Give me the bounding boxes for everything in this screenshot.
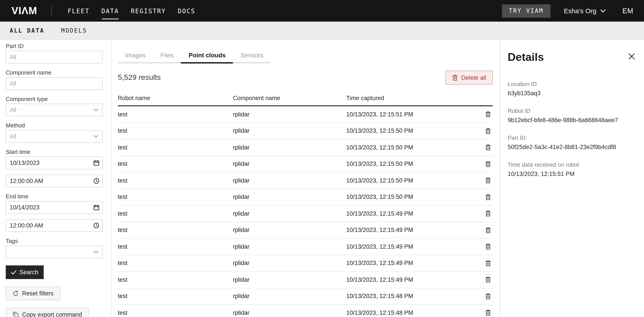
cell-robot-name: test xyxy=(118,144,233,151)
delete-row-button[interactable] xyxy=(483,242,493,252)
cell-component-name: rplidar xyxy=(233,210,346,217)
cell-robot-name: test xyxy=(118,210,233,217)
cell-component-name: rplidar xyxy=(233,310,346,316)
delete-row-button[interactable] xyxy=(483,292,493,301)
table-row: test rplidar 10/13/2023, 12:15:49 PM xyxy=(118,222,493,239)
component-type-select[interactable]: All xyxy=(6,104,103,116)
cell-component-name: rplidar xyxy=(233,177,346,184)
details-panel: Details Location ID h3yb135aq3 Robot ID … xyxy=(500,40,644,317)
sub-nav: ALL DATA MODELS xyxy=(0,21,644,40)
detail-value: 9b12ebcf-bfe8-486e-988b-6a668648aee7 xyxy=(508,116,635,124)
cell-robot-name: test xyxy=(118,310,233,316)
search-button[interactable]: Search xyxy=(6,266,44,279)
chevron-down-icon xyxy=(94,135,98,138)
col-component-name: Component name xyxy=(233,95,346,101)
results-count: 5,529 results xyxy=(118,73,161,82)
nav-item-docs[interactable]: DOCS xyxy=(178,5,195,16)
delete-all-button[interactable]: Delete all xyxy=(445,70,493,85)
detail-field-robot-id: Robot ID 9b12ebcf-bfe8-486e-988b-6a66864… xyxy=(508,108,635,124)
cell-component-name: rplidar xyxy=(233,227,346,234)
refresh-icon xyxy=(13,291,18,296)
table-row: test rplidar 10/13/2023, 12:15:50 PM xyxy=(118,156,493,172)
cell-robot-name: test xyxy=(118,111,233,118)
nav-item-fleet[interactable]: FLEET xyxy=(68,5,89,16)
method-select[interactable]: All xyxy=(6,130,103,143)
copy-export-command-button[interactable]: Copy export command xyxy=(6,308,89,317)
app-root: VIΛM FLEET DATA REGISTRY DOCS TRY VIAM E… xyxy=(0,0,644,317)
delete-row-button[interactable] xyxy=(483,258,493,268)
tab-models[interactable]: MODELS xyxy=(61,27,87,34)
viam-logo[interactable]: VIΛM xyxy=(12,6,37,16)
cell-robot-name: test xyxy=(118,177,233,184)
tab-point-clouds[interactable]: Point clouds xyxy=(181,49,233,63)
tab-files[interactable]: Files xyxy=(153,49,181,63)
cell-component-name: rplidar xyxy=(233,128,346,134)
cell-component-name: rplidar xyxy=(233,293,346,300)
details-title: Details xyxy=(508,50,544,64)
detail-label: Location ID xyxy=(508,81,635,87)
cell-time-captured: 10/13/2023, 12:15:49 PM xyxy=(346,260,477,267)
delete-row-button[interactable] xyxy=(483,275,493,285)
part-id-label: Part ID xyxy=(6,43,103,49)
tab-all-data[interactable]: ALL DATA xyxy=(10,27,44,34)
part-id-input[interactable] xyxy=(6,51,103,63)
table-row: test rplidar 10/13/2023, 12:15:50 PM xyxy=(118,139,493,156)
detail-label: Time data received on robot xyxy=(508,161,635,168)
cell-component-name: rplidar xyxy=(233,243,346,250)
delete-row-button[interactable] xyxy=(483,126,493,136)
detail-label: Robot ID xyxy=(508,108,635,114)
cell-time-captured: 10/13/2023, 12:15:49 PM xyxy=(346,210,477,217)
reset-filters-button[interactable]: Reset filters xyxy=(6,287,61,300)
cell-time-captured: 10/13/2023, 12:15:49 PM xyxy=(346,277,477,283)
close-icon[interactable] xyxy=(628,53,635,60)
org-switcher[interactable]: Esha's Org xyxy=(564,7,606,14)
nav-item-registry[interactable]: REGISTRY xyxy=(131,5,166,16)
cell-robot-name: test xyxy=(118,161,233,167)
component-name-input[interactable] xyxy=(6,77,103,90)
nav-item-data[interactable]: DATA xyxy=(102,5,119,16)
table-row: test rplidar 10/13/2023, 12:15:49 PM xyxy=(118,272,493,288)
org-name: Esha's Org xyxy=(564,7,596,14)
try-viam-button[interactable]: TRY VIAM xyxy=(502,4,550,17)
detail-value: h3yb135aq3 xyxy=(508,89,635,97)
nav-divider xyxy=(51,6,52,16)
cell-component-name: rplidar xyxy=(233,144,346,151)
tab-sensors[interactable]: Sensors xyxy=(233,49,271,63)
delete-row-button[interactable] xyxy=(483,225,493,235)
delete-row-button[interactable] xyxy=(483,308,493,317)
table-row: test rplidar 10/13/2023, 12:15:49 PM xyxy=(118,205,493,222)
delete-row-button[interactable] xyxy=(483,159,493,169)
delete-row-button[interactable] xyxy=(483,110,493,119)
cell-time-captured: 10/13/2023, 12:15:51 PM xyxy=(346,111,477,118)
cell-component-name: rplidar xyxy=(233,161,346,167)
col-robot-name: Robot name xyxy=(118,95,233,101)
start-time-input[interactable] xyxy=(6,175,103,187)
end-time-input[interactable] xyxy=(6,219,103,232)
delete-row-button[interactable] xyxy=(483,143,493,152)
delete-row-button[interactable] xyxy=(483,192,493,202)
end-date-input[interactable] xyxy=(6,201,103,214)
cell-time-captured: 10/13/2023, 12:15:48 PM xyxy=(346,310,477,316)
tags-select[interactable] xyxy=(6,246,103,258)
user-avatar-initials[interactable]: EM xyxy=(622,7,634,15)
col-time-captured: Time captured xyxy=(346,95,477,101)
trash-icon xyxy=(452,74,458,81)
tags-label: Tags xyxy=(6,238,103,244)
chevron-down-icon xyxy=(94,108,98,112)
delete-row-button[interactable] xyxy=(483,209,493,219)
cell-component-name: rplidar xyxy=(233,111,346,118)
tab-images[interactable]: Images xyxy=(118,49,153,63)
cell-robot-name: test xyxy=(118,128,233,134)
chevron-down-icon xyxy=(94,250,98,254)
delete-row-button[interactable] xyxy=(483,176,493,185)
start-date-input[interactable] xyxy=(6,157,103,169)
cell-component-name: rplidar xyxy=(233,194,346,200)
detail-field-part-id: Part ID 50f25de2-5a3c-41e2-8b81-23e2f9b4… xyxy=(508,134,635,151)
table-row: test rplidar 10/13/2023, 12:15:48 PM xyxy=(118,288,493,305)
table-row: test rplidar 10/13/2023, 12:15:48 PM xyxy=(118,305,493,317)
cell-time-captured: 10/13/2023, 12:15:48 PM xyxy=(346,293,477,300)
end-time-label: End time xyxy=(6,194,103,200)
chevron-down-icon xyxy=(600,9,606,12)
table-header: Robot name Component name Time captured xyxy=(118,95,493,106)
cell-time-captured: 10/13/2023, 12:15:50 PM xyxy=(346,161,477,167)
